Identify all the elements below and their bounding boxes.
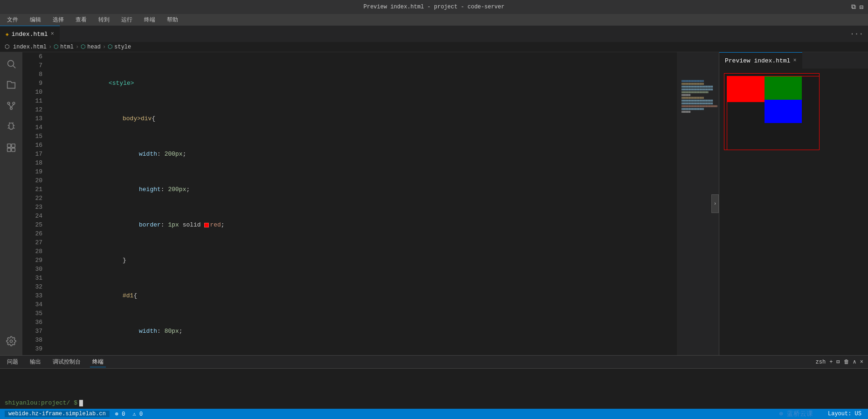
breadcrumb: ⬡ index.html › ⬡ html › ⬡ head › ⬡ style <box>0 42 868 52</box>
activity-settings[interactable] <box>2 332 21 350</box>
svg-point-0 <box>8 61 14 67</box>
svg-point-2 <box>7 102 10 104</box>
terminal-tab-bar: 问题 输出 调试控制台 终端 zsh + ⊟ 🗑 ∧ × <box>0 356 868 369</box>
window-title: Preview index.html - project - code-serv… <box>364 4 504 10</box>
menu-run[interactable]: 运行 <box>119 15 135 25</box>
breadcrumb-style[interactable]: style <box>114 44 131 50</box>
line-numbers: 6 7 8 9 10 11 12 13 14 15 16 17 18 19 20… <box>22 52 48 355</box>
terminal-tab-output[interactable]: 输出 <box>28 357 43 367</box>
minimap-content: ████████████████████ ███████████████████… <box>682 80 714 113</box>
code-content[interactable]: <style> body>div{ width: 200px; height: … <box>48 52 677 355</box>
title-bar: Preview index.html - project - code-serv… <box>0 0 868 14</box>
terminal-tab-problems[interactable]: 问题 <box>5 357 21 367</box>
status-bar-left: webide.hz-iframe.simplelab.cn ⊗ 0 ⚠ 0 <box>5 411 145 418</box>
svg-line-5 <box>9 104 12 107</box>
terminal-plus-button[interactable]: + <box>829 359 833 365</box>
tab-close-button[interactable]: × <box>51 31 54 37</box>
menu-goto[interactable]: 转到 <box>96 15 112 25</box>
activity-debug[interactable] <box>2 117 21 136</box>
svg-point-4 <box>10 107 13 110</box>
tab-file-icon: ◈ <box>6 31 9 37</box>
color-swatch-red <box>204 223 209 227</box>
svg-point-3 <box>13 102 15 104</box>
terminal-shell-label: zsh <box>816 359 826 365</box>
main-area: 6 7 8 9 10 11 12 13 14 15 16 17 18 19 20… <box>0 52 868 355</box>
terminal-prompt: shiyanlou:project/ $ <box>5 399 77 406</box>
preview-tab[interactable]: Preview index.html × <box>719 52 802 69</box>
menu-edit[interactable]: 编辑 <box>28 15 43 25</box>
activity-explorer[interactable] <box>2 76 21 94</box>
svg-point-11 <box>10 340 13 343</box>
terminal-panel: 问题 输出 调试控制台 终端 zsh + ⊟ 🗑 ∧ × shiyanlou:p… <box>0 355 868 409</box>
activity-bar <box>0 52 22 355</box>
code-line-12: #d1{ <box>53 291 672 300</box>
menu-select[interactable]: 选择 <box>50 15 66 25</box>
svg-line-6 <box>11 104 14 107</box>
split-icon[interactable]: ⊟ <box>860 3 863 11</box>
svg-rect-8 <box>12 144 15 147</box>
breadcrumb-icon-head: ⬡ <box>81 43 85 50</box>
restore-icon[interactable]: ⧉ <box>851 3 856 11</box>
collapse-preview-button[interactable]: › <box>711 194 719 213</box>
terminal-split-button[interactable]: ⊟ <box>836 358 840 365</box>
terminal-tab-terminal[interactable]: 终端 <box>90 357 106 367</box>
svg-rect-7 <box>7 144 11 147</box>
code-line-9: height: 200px; <box>53 185 672 194</box>
breadcrumb-head[interactable]: head <box>87 44 101 50</box>
activity-source-control[interactable] <box>2 96 21 115</box>
breadcrumb-icon-html: ⬡ <box>54 43 58 50</box>
preview-d2 <box>765 76 802 100</box>
editor-tab-bar: ◈ index.html × ··· <box>0 26 868 42</box>
code-line-6: <style> <box>53 79 672 88</box>
terminal-tab-debug-console[interactable]: 调试控制台 <box>50 357 83 367</box>
preview-tab-close[interactable]: × <box>793 57 796 64</box>
code-line-11: } <box>53 256 672 265</box>
svg-rect-10 <box>12 148 15 151</box>
terminal-trash-button[interactable]: 🗑 <box>844 358 849 365</box>
status-bar-right: ⊕ 蓝桥云课 Layout: US <box>779 410 863 418</box>
activity-extensions[interactable] <box>2 138 21 157</box>
preview-panel: Preview index.html × <box>719 52 868 355</box>
preview-tab-bar: Preview index.html × <box>719 52 868 69</box>
activity-search[interactable] <box>2 55 21 73</box>
terminal-close-button[interactable]: × <box>860 359 863 365</box>
status-warnings[interactable]: ⚠ 0 <box>131 411 145 418</box>
status-errors[interactable]: ⊗ 0 <box>113 411 127 418</box>
menu-view[interactable]: 查看 <box>73 15 89 25</box>
preview-d1 <box>727 76 765 102</box>
menu-file[interactable]: 文件 <box>5 15 21 25</box>
preview-content <box>719 69 868 355</box>
watermark-text: ⊕ 蓝桥云课 <box>779 410 813 418</box>
preview-d3 <box>765 100 802 123</box>
status-layout[interactable]: Layout: US <box>826 411 863 417</box>
preview-iframe[interactable] <box>724 73 820 150</box>
code-line-7: body>div{ <box>53 114 672 123</box>
menu-terminal[interactable]: 终端 <box>142 15 158 25</box>
breadcrumb-index-html[interactable]: index.html <box>13 44 47 50</box>
breadcrumb-html[interactable]: html <box>60 44 74 50</box>
preview-div-container <box>727 76 820 150</box>
svg-line-1 <box>13 66 15 68</box>
menu-help[interactable]: 帮助 <box>165 15 180 25</box>
title-bar-actions: ⧉ ⊟ <box>851 3 863 11</box>
svg-rect-9 <box>7 148 11 151</box>
menu-bar: 文件 编辑 选择 查看 转到 运行 终端 帮助 <box>0 14 868 26</box>
tab-more-actions[interactable]: ··· <box>850 30 863 38</box>
code-line-8: width: 200px; <box>53 150 672 158</box>
code-line-13: width: 80px; <box>53 327 672 336</box>
preview-tab-label: Preview index.html <box>725 57 790 64</box>
status-remote[interactable]: webide.hz-iframe.simplelab.cn <box>5 411 110 417</box>
terminal-chevron-up-button[interactable]: ∧ <box>853 358 856 365</box>
terminal-cursor <box>79 400 83 406</box>
tab-filename: index.html <box>12 31 48 38</box>
status-bar: webide.hz-iframe.simplelab.cn ⊗ 0 ⚠ 0 ⊕ … <box>0 409 868 419</box>
breadcrumb-file[interactable]: ⬡ <box>5 43 9 50</box>
breadcrumb-icon-style: ⬡ <box>108 43 112 50</box>
terminal-content[interactable]: shiyanlou:project/ $ <box>0 369 868 409</box>
editor-tab-index-html[interactable]: ◈ index.html × <box>0 26 60 42</box>
terminal-actions: zsh + ⊟ 🗑 ∧ × <box>816 358 863 365</box>
code-line-10: border: 1px solid red; <box>53 220 672 229</box>
code-editor[interactable]: 6 7 8 9 10 11 12 13 14 15 16 17 18 19 20… <box>22 52 677 355</box>
activity-bar-bottom <box>2 332 21 355</box>
editor-area: 6 7 8 9 10 11 12 13 14 15 16 17 18 19 20… <box>22 52 868 355</box>
